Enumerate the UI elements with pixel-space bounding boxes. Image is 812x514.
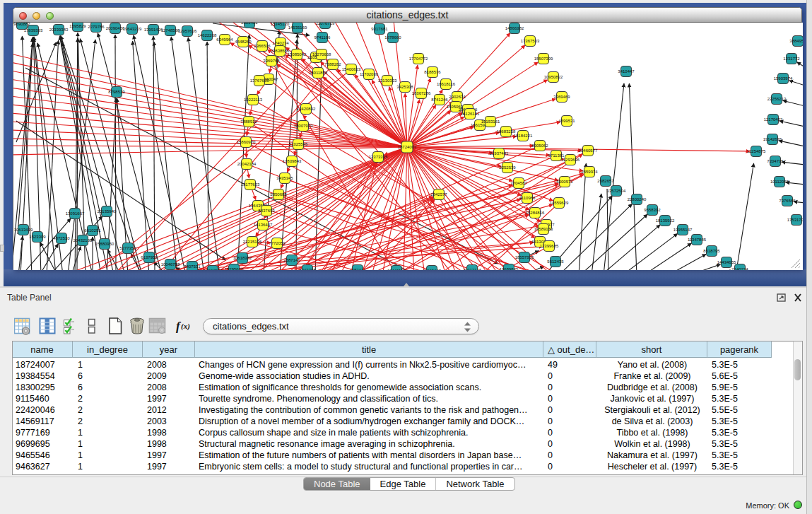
- svg-text:2366506: 2366506: [254, 44, 271, 48]
- svg-text:6349964: 6349964: [216, 37, 233, 42]
- svg-text:1231772: 1231772: [783, 57, 800, 61]
- svg-text:16367286: 16367286: [412, 91, 431, 95]
- svg-text:20912126: 20912126: [463, 268, 482, 270]
- svg-text:15880950: 15880950: [95, 242, 114, 246]
- svg-text:15400623: 15400623: [342, 67, 361, 71]
- svg-text:3425308: 3425308: [396, 85, 413, 89]
- svg-text:14434655: 14434655: [717, 260, 736, 264]
- svg-text:13091667: 13091667: [66, 211, 85, 216]
- svg-text:10222113: 10222113: [244, 98, 263, 102]
- svg-text:13572504: 13572504: [607, 189, 626, 193]
- svg-text:5612435: 5612435: [547, 259, 564, 264]
- svg-text:5277350: 5277350: [119, 246, 136, 250]
- svg-text:14866382: 14866382: [505, 26, 524, 30]
- svg-text:17531706: 17531706: [787, 218, 803, 222]
- svg-text:2140274: 2140274: [731, 267, 748, 270]
- svg-text:13177633: 13177633: [241, 182, 260, 187]
- svg-text:8243708: 8243708: [299, 268, 316, 270]
- svg-text:1482413: 1482413: [349, 268, 366, 270]
- svg-text:15085042: 15085042: [288, 52, 307, 57]
- svg-text:2682657: 2682657: [597, 179, 614, 183]
- svg-text:20042184: 20042184: [237, 162, 257, 166]
- svg-text:9317681: 9317681: [371, 27, 388, 31]
- svg-text:22256213: 22256213: [767, 97, 787, 101]
- svg-text:1678660: 1678660: [384, 35, 401, 40]
- svg-text:15295605: 15295605: [225, 267, 244, 270]
- svg-text:7407531: 7407531: [184, 264, 201, 269]
- svg-text:12957626: 12957626: [178, 29, 197, 33]
- svg-text:10112058: 10112058: [770, 180, 789, 184]
- svg-text:18184221: 18184221: [514, 134, 533, 138]
- svg-text:10153161: 10153161: [481, 119, 500, 124]
- svg-text:9690882: 9690882: [13, 23, 30, 26]
- svg-text:11293696: 11293696: [561, 158, 580, 162]
- svg-text:8798519: 8798519: [108, 90, 125, 94]
- svg-text:8905062: 8905062: [531, 144, 548, 148]
- svg-text:3704587: 3704587: [510, 181, 527, 185]
- svg-text:7888912: 7888912: [240, 119, 257, 124]
- svg-text:6137953: 6137953: [141, 255, 158, 259]
- svg-text:22800240: 22800240: [628, 197, 647, 201]
- svg-text:2587146: 2587146: [283, 258, 300, 262]
- svg-text:9741166: 9741166: [314, 35, 331, 40]
- svg-text:7204735: 7204735: [767, 159, 784, 163]
- svg-text:8518795: 8518795: [703, 249, 720, 253]
- svg-text:8188576: 8188576: [424, 70, 441, 74]
- svg-text:11269468: 11269468: [423, 269, 442, 270]
- svg-text:21937441: 21937441: [490, 151, 509, 156]
- svg-text:16126141: 16126141: [461, 112, 480, 116]
- svg-text:10613419: 10613419: [14, 228, 33, 232]
- svg-text:3884954: 3884954: [789, 39, 803, 43]
- svg-text:16689825: 16689825: [500, 267, 519, 270]
- svg-text:20460577: 20460577: [579, 148, 598, 153]
- svg-text:20339383: 20339383: [49, 28, 69, 32]
- svg-text:11347845: 11347845: [688, 238, 707, 242]
- svg-text:5000571: 5000571: [556, 180, 573, 184]
- svg-text:19643229: 19643229: [123, 27, 142, 31]
- svg-text:18618116: 18618116: [437, 82, 456, 86]
- svg-text:15903974: 15903974: [774, 76, 793, 81]
- svg-text:21325545: 21325545: [289, 142, 308, 146]
- svg-text:2889481: 2889481: [241, 23, 258, 25]
- svg-text:2842577: 2842577: [430, 192, 447, 197]
- svg-text:18007970: 18007970: [294, 124, 313, 128]
- svg-text:10046758: 10046758: [161, 262, 180, 267]
- svg-text:7388282: 7388282: [324, 62, 341, 66]
- svg-text:20135940: 20135940: [98, 209, 117, 214]
- svg-text:3369469: 3369469: [553, 95, 570, 99]
- svg-text:22076719: 22076719: [316, 23, 335, 25]
- svg-text:7772059: 7772059: [269, 241, 286, 245]
- svg-text:2902674: 2902674: [449, 95, 466, 99]
- svg-text:10618382: 10618382: [233, 256, 252, 260]
- svg-text:17704772: 17704772: [409, 57, 428, 61]
- svg-text:13130333: 13130333: [378, 78, 397, 83]
- svg-text:18724007: 18724007: [398, 145, 417, 149]
- svg-text:2279786: 2279786: [88, 25, 105, 29]
- svg-text:12170452: 12170452: [764, 117, 783, 122]
- svg-text:21215196: 21215196: [243, 240, 262, 244]
- svg-text:4110966: 4110966: [519, 196, 536, 200]
- svg-text:8437693: 8437693: [258, 209, 275, 213]
- svg-text:14589153: 14589153: [534, 227, 553, 231]
- svg-text:5850688: 5850688: [270, 192, 287, 197]
- svg-text:19142676: 19142676: [763, 137, 782, 141]
- svg-text:6610291: 6610291: [84, 228, 101, 233]
- svg-text:15507399: 15507399: [534, 57, 553, 61]
- svg-text:12254875: 12254875: [747, 149, 766, 153]
- svg-text:18011858: 18011858: [309, 71, 328, 75]
- svg-text:10270658: 10270658: [312, 52, 331, 57]
- svg-text:1523309: 1523309: [29, 235, 46, 239]
- svg-text:2252539: 2252539: [499, 165, 516, 170]
- svg-text:16024597: 16024597: [204, 269, 223, 270]
- svg-text:17399685: 17399685: [540, 244, 559, 248]
- svg-text:13767605: 13767605: [250, 78, 269, 83]
- svg-text:20432195: 20432195: [73, 238, 93, 243]
- svg-text:10950822: 10950822: [544, 75, 563, 79]
- svg-text:(x): (x): [181, 322, 190, 331]
- svg-text:3410447: 3410447: [618, 69, 635, 74]
- svg-text:4872510: 4872510: [53, 236, 70, 240]
- svg-text:4599531: 4599531: [558, 119, 575, 123]
- svg-text:12373335: 12373335: [369, 155, 388, 159]
- svg-text:7376565: 7376565: [779, 199, 796, 203]
- svg-text:14559629: 14559629: [550, 201, 569, 205]
